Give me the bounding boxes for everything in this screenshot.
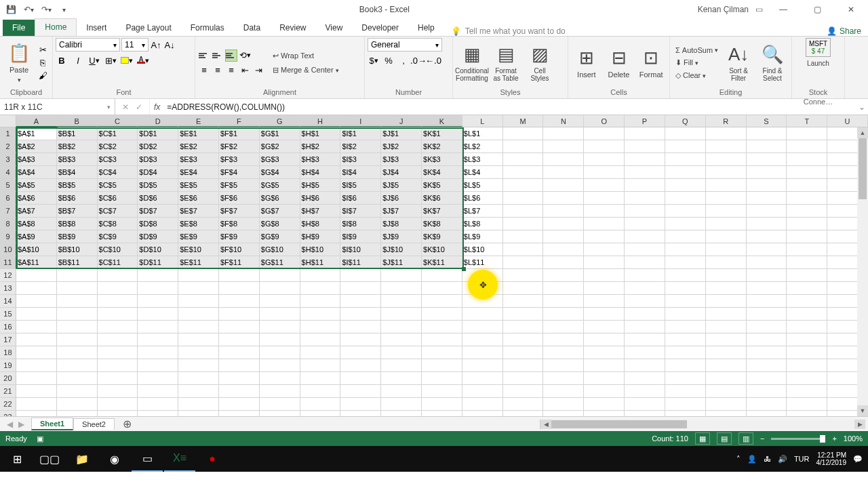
col-header-S[interactable]: S <box>747 115 787 127</box>
cell[interactable]: $D$10 <box>138 243 178 256</box>
cell[interactable] <box>422 282 462 295</box>
row-header[interactable]: 13 <box>0 282 16 295</box>
cell[interactable]: $I$2 <box>340 140 381 153</box>
cell[interactable] <box>300 295 341 308</box>
row-header[interactable]: 14 <box>0 295 16 308</box>
cell[interactable] <box>260 385 300 398</box>
cell[interactable] <box>787 127 827 140</box>
cell[interactable]: $D$1 <box>138 127 178 140</box>
page-layout-view-icon[interactable]: ▤ <box>717 432 732 445</box>
cell[interactable]: $G$3 <box>260 153 300 166</box>
cell[interactable] <box>178 333 219 346</box>
language-indicator[interactable]: TUR <box>794 455 810 463</box>
cell[interactable] <box>787 192 827 205</box>
col-header-M[interactable]: M <box>503 115 544 127</box>
cell[interactable] <box>98 295 138 308</box>
cell[interactable] <box>300 411 341 416</box>
cell[interactable] <box>706 282 747 295</box>
border-icon[interactable]: ⊞▾ <box>104 54 117 66</box>
cell[interactable] <box>300 398 341 411</box>
tab-review[interactable]: Review <box>270 20 315 36</box>
cell[interactable]: $A$1 <box>16 127 57 140</box>
cell[interactable] <box>57 411 98 416</box>
cell[interactable]: $B$9 <box>57 230 98 243</box>
cell[interactable] <box>300 385 341 398</box>
cell[interactable] <box>747 295 787 308</box>
cell[interactable]: $J$3 <box>381 153 422 166</box>
col-header-N[interactable]: N <box>543 115 584 127</box>
cell[interactable]: $J$6 <box>381 192 422 205</box>
cell[interactable] <box>381 333 422 346</box>
cell[interactable] <box>503 282 544 295</box>
cell[interactable]: $I$7 <box>340 205 381 218</box>
cell[interactable]: $J$11 <box>381 256 422 269</box>
cell[interactable] <box>503 140 544 153</box>
cell[interactable] <box>787 359 827 372</box>
cell[interactable] <box>178 398 219 411</box>
row-header[interactable]: 22 <box>0 398 16 411</box>
cell[interactable]: $L$3 <box>462 153 503 166</box>
cell[interactable]: $L$8 <box>462 218 503 230</box>
cell[interactable] <box>340 308 381 321</box>
row-header[interactable]: 19 <box>0 359 16 372</box>
cell[interactable] <box>787 411 827 416</box>
cell[interactable] <box>625 218 665 230</box>
cell[interactable] <box>98 269 138 282</box>
merge-center-button[interactable]: ⊟Merge & Center▾ <box>270 64 342 76</box>
cell[interactable] <box>462 333 503 346</box>
cell[interactable] <box>219 333 260 346</box>
cell[interactable] <box>138 269 178 282</box>
cell[interactable] <box>665 243 706 256</box>
cell[interactable] <box>462 346 503 359</box>
zoom-level[interactable]: 100% <box>844 434 863 443</box>
cell[interactable] <box>625 192 665 205</box>
cell[interactable] <box>178 372 219 385</box>
cell[interactable]: $B$1 <box>57 127 98 140</box>
cell[interactable] <box>462 359 503 372</box>
row-header[interactable]: 12 <box>0 269 16 282</box>
cell[interactable] <box>625 359 665 372</box>
cell[interactable] <box>381 385 422 398</box>
cell[interactable] <box>462 308 503 321</box>
cell[interactable]: $L$10 <box>462 243 503 256</box>
cell[interactable] <box>787 346 827 359</box>
copy-icon[interactable]: ⎘ <box>37 57 49 69</box>
cell[interactable] <box>543 192 584 205</box>
cell[interactable] <box>422 372 462 385</box>
cell[interactable] <box>787 269 827 282</box>
cell[interactable]: $G$4 <box>260 166 300 179</box>
cell[interactable]: $H$3 <box>300 153 341 166</box>
cell[interactable] <box>543 346 584 359</box>
cell[interactable]: $D$11 <box>138 256 178 269</box>
app-icon[interactable]: ▭ <box>132 446 163 472</box>
cell[interactable] <box>747 256 787 269</box>
col-header-R[interactable]: R <box>706 115 747 127</box>
bold-icon[interactable]: B <box>56 54 68 66</box>
cell[interactable]: $C$6 <box>98 192 138 205</box>
cell[interactable] <box>57 321 98 333</box>
cell[interactable]: $B$5 <box>57 179 98 192</box>
vertical-scrollbar[interactable]: ▲ ▼ <box>857 127 868 416</box>
col-header-K[interactable]: K <box>422 115 462 127</box>
row-header[interactable]: 18 <box>0 346 16 359</box>
italic-icon[interactable]: I <box>72 54 84 66</box>
cell[interactable] <box>16 295 57 308</box>
cell[interactable]: $C$5 <box>98 179 138 192</box>
cell[interactable] <box>138 321 178 333</box>
cell[interactable] <box>584 295 625 308</box>
cell[interactable] <box>584 346 625 359</box>
cell[interactable] <box>747 333 787 346</box>
cell[interactable] <box>625 385 665 398</box>
delete-cells-button[interactable]: ⊟Delete <box>604 44 635 81</box>
cell[interactable] <box>625 372 665 385</box>
cell[interactable] <box>747 385 787 398</box>
cell[interactable] <box>503 269 544 282</box>
cell[interactable]: $E$9 <box>178 230 219 243</box>
cell[interactable]: $H$1 <box>300 127 341 140</box>
cell[interactable]: $H$2 <box>300 140 341 153</box>
cell[interactable]: $B$7 <box>57 205 98 218</box>
cell[interactable] <box>543 256 584 269</box>
cell[interactable]: $C$7 <box>98 205 138 218</box>
cell[interactable] <box>706 153 747 166</box>
cell[interactable] <box>706 359 747 372</box>
